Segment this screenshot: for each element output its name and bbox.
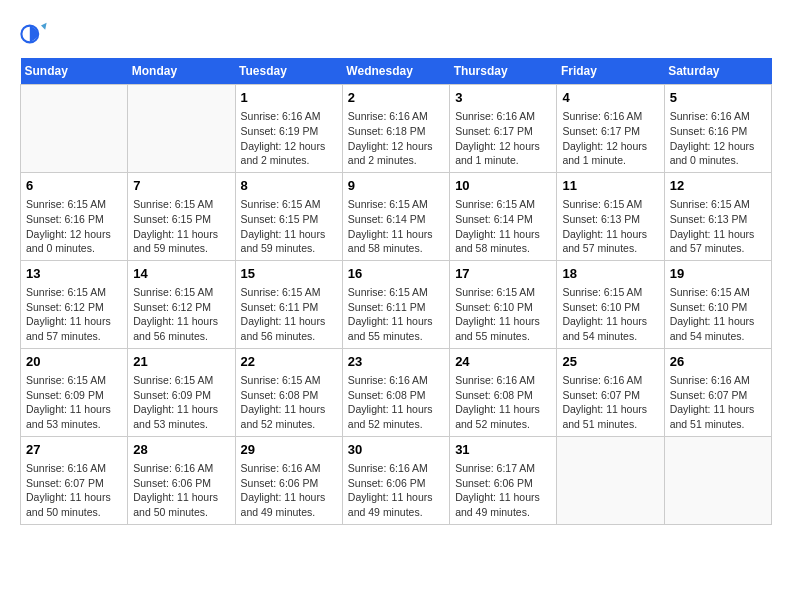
day-info: Sunrise: 6:15 AM Sunset: 6:15 PM Dayligh… — [241, 197, 337, 256]
day-number: 22 — [241, 353, 337, 371]
day-number: 21 — [133, 353, 229, 371]
day-number: 17 — [455, 265, 551, 283]
day-info: Sunrise: 6:16 AM Sunset: 6:07 PM Dayligh… — [562, 373, 658, 432]
day-info: Sunrise: 6:15 AM Sunset: 6:11 PM Dayligh… — [241, 285, 337, 344]
calendar-cell: 21Sunrise: 6:15 AM Sunset: 6:09 PM Dayli… — [128, 348, 235, 436]
week-row-2: 13Sunrise: 6:15 AM Sunset: 6:12 PM Dayli… — [21, 260, 772, 348]
calendar-cell: 22Sunrise: 6:15 AM Sunset: 6:08 PM Dayli… — [235, 348, 342, 436]
week-row-3: 20Sunrise: 6:15 AM Sunset: 6:09 PM Dayli… — [21, 348, 772, 436]
day-info: Sunrise: 6:15 AM Sunset: 6:16 PM Dayligh… — [26, 197, 122, 256]
day-number: 10 — [455, 177, 551, 195]
day-number: 6 — [26, 177, 122, 195]
day-number: 2 — [348, 89, 444, 107]
calendar-cell: 2Sunrise: 6:16 AM Sunset: 6:18 PM Daylig… — [342, 85, 449, 173]
day-info: Sunrise: 6:16 AM Sunset: 6:08 PM Dayligh… — [455, 373, 551, 432]
day-number: 14 — [133, 265, 229, 283]
calendar-body: 1Sunrise: 6:16 AM Sunset: 6:19 PM Daylig… — [21, 85, 772, 525]
day-number: 7 — [133, 177, 229, 195]
calendar-cell: 12Sunrise: 6:15 AM Sunset: 6:13 PM Dayli… — [664, 172, 771, 260]
calendar-cell: 6Sunrise: 6:15 AM Sunset: 6:16 PM Daylig… — [21, 172, 128, 260]
day-number: 29 — [241, 441, 337, 459]
calendar-cell: 13Sunrise: 6:15 AM Sunset: 6:12 PM Dayli… — [21, 260, 128, 348]
day-info: Sunrise: 6:16 AM Sunset: 6:19 PM Dayligh… — [241, 109, 337, 168]
day-number: 20 — [26, 353, 122, 371]
calendar-cell: 9Sunrise: 6:15 AM Sunset: 6:14 PM Daylig… — [342, 172, 449, 260]
day-info: Sunrise: 6:16 AM Sunset: 6:07 PM Dayligh… — [670, 373, 766, 432]
calendar-cell: 29Sunrise: 6:16 AM Sunset: 6:06 PM Dayli… — [235, 436, 342, 524]
header-cell-saturday: Saturday — [664, 58, 771, 85]
header-cell-monday: Monday — [128, 58, 235, 85]
day-number: 25 — [562, 353, 658, 371]
logo-icon — [20, 20, 48, 48]
day-number: 9 — [348, 177, 444, 195]
day-info: Sunrise: 6:15 AM Sunset: 6:09 PM Dayligh… — [26, 373, 122, 432]
day-number: 18 — [562, 265, 658, 283]
header-cell-wednesday: Wednesday — [342, 58, 449, 85]
day-number: 28 — [133, 441, 229, 459]
calendar-cell: 25Sunrise: 6:16 AM Sunset: 6:07 PM Dayli… — [557, 348, 664, 436]
calendar-cell — [664, 436, 771, 524]
day-info: Sunrise: 6:15 AM Sunset: 6:12 PM Dayligh… — [133, 285, 229, 344]
header-row: SundayMondayTuesdayWednesdayThursdayFrid… — [21, 58, 772, 85]
calendar-cell: 15Sunrise: 6:15 AM Sunset: 6:11 PM Dayli… — [235, 260, 342, 348]
calendar-cell: 24Sunrise: 6:16 AM Sunset: 6:08 PM Dayli… — [450, 348, 557, 436]
day-info: Sunrise: 6:16 AM Sunset: 6:16 PM Dayligh… — [670, 109, 766, 168]
calendar-cell: 31Sunrise: 6:17 AM Sunset: 6:06 PM Dayli… — [450, 436, 557, 524]
calendar-cell — [557, 436, 664, 524]
calendar-cell: 30Sunrise: 6:16 AM Sunset: 6:06 PM Dayli… — [342, 436, 449, 524]
day-number: 1 — [241, 89, 337, 107]
header-cell-tuesday: Tuesday — [235, 58, 342, 85]
day-number: 30 — [348, 441, 444, 459]
calendar-cell: 19Sunrise: 6:15 AM Sunset: 6:10 PM Dayli… — [664, 260, 771, 348]
calendar-cell: 14Sunrise: 6:15 AM Sunset: 6:12 PM Dayli… — [128, 260, 235, 348]
day-info: Sunrise: 6:15 AM Sunset: 6:10 PM Dayligh… — [455, 285, 551, 344]
calendar-cell: 26Sunrise: 6:16 AM Sunset: 6:07 PM Dayli… — [664, 348, 771, 436]
day-info: Sunrise: 6:15 AM Sunset: 6:10 PM Dayligh… — [670, 285, 766, 344]
day-info: Sunrise: 6:16 AM Sunset: 6:17 PM Dayligh… — [562, 109, 658, 168]
day-number: 24 — [455, 353, 551, 371]
calendar-cell: 3Sunrise: 6:16 AM Sunset: 6:17 PM Daylig… — [450, 85, 557, 173]
day-info: Sunrise: 6:16 AM Sunset: 6:07 PM Dayligh… — [26, 461, 122, 520]
day-info: Sunrise: 6:15 AM Sunset: 6:11 PM Dayligh… — [348, 285, 444, 344]
day-number: 3 — [455, 89, 551, 107]
calendar-header: SundayMondayTuesdayWednesdayThursdayFrid… — [21, 58, 772, 85]
calendar-cell: 8Sunrise: 6:15 AM Sunset: 6:15 PM Daylig… — [235, 172, 342, 260]
day-info: Sunrise: 6:17 AM Sunset: 6:06 PM Dayligh… — [455, 461, 551, 520]
day-number: 15 — [241, 265, 337, 283]
header-cell-sunday: Sunday — [21, 58, 128, 85]
calendar-cell: 5Sunrise: 6:16 AM Sunset: 6:16 PM Daylig… — [664, 85, 771, 173]
calendar-cell: 11Sunrise: 6:15 AM Sunset: 6:13 PM Dayli… — [557, 172, 664, 260]
day-info: Sunrise: 6:15 AM Sunset: 6:14 PM Dayligh… — [348, 197, 444, 256]
day-number: 8 — [241, 177, 337, 195]
week-row-0: 1Sunrise: 6:16 AM Sunset: 6:19 PM Daylig… — [21, 85, 772, 173]
day-info: Sunrise: 6:16 AM Sunset: 6:08 PM Dayligh… — [348, 373, 444, 432]
day-info: Sunrise: 6:15 AM Sunset: 6:12 PM Dayligh… — [26, 285, 122, 344]
calendar-cell: 28Sunrise: 6:16 AM Sunset: 6:06 PM Dayli… — [128, 436, 235, 524]
day-number: 12 — [670, 177, 766, 195]
day-info: Sunrise: 6:15 AM Sunset: 6:13 PM Dayligh… — [670, 197, 766, 256]
day-number: 19 — [670, 265, 766, 283]
calendar-cell — [128, 85, 235, 173]
calendar-cell: 4Sunrise: 6:16 AM Sunset: 6:17 PM Daylig… — [557, 85, 664, 173]
day-number: 11 — [562, 177, 658, 195]
calendar-table: SundayMondayTuesdayWednesdayThursdayFrid… — [20, 58, 772, 525]
day-info: Sunrise: 6:16 AM Sunset: 6:06 PM Dayligh… — [241, 461, 337, 520]
header-cell-friday: Friday — [557, 58, 664, 85]
day-number: 31 — [455, 441, 551, 459]
calendar-cell: 1Sunrise: 6:16 AM Sunset: 6:19 PM Daylig… — [235, 85, 342, 173]
day-info: Sunrise: 6:15 AM Sunset: 6:08 PM Dayligh… — [241, 373, 337, 432]
calendar-cell — [21, 85, 128, 173]
page-header — [20, 20, 772, 48]
day-number: 5 — [670, 89, 766, 107]
calendar-cell: 17Sunrise: 6:15 AM Sunset: 6:10 PM Dayli… — [450, 260, 557, 348]
calendar-cell: 7Sunrise: 6:15 AM Sunset: 6:15 PM Daylig… — [128, 172, 235, 260]
calendar-cell: 27Sunrise: 6:16 AM Sunset: 6:07 PM Dayli… — [21, 436, 128, 524]
calendar-cell: 18Sunrise: 6:15 AM Sunset: 6:10 PM Dayli… — [557, 260, 664, 348]
day-info: Sunrise: 6:16 AM Sunset: 6:17 PM Dayligh… — [455, 109, 551, 168]
day-number: 26 — [670, 353, 766, 371]
day-info: Sunrise: 6:16 AM Sunset: 6:18 PM Dayligh… — [348, 109, 444, 168]
day-number: 4 — [562, 89, 658, 107]
calendar-cell: 23Sunrise: 6:16 AM Sunset: 6:08 PM Dayli… — [342, 348, 449, 436]
day-info: Sunrise: 6:15 AM Sunset: 6:10 PM Dayligh… — [562, 285, 658, 344]
day-info: Sunrise: 6:16 AM Sunset: 6:06 PM Dayligh… — [348, 461, 444, 520]
